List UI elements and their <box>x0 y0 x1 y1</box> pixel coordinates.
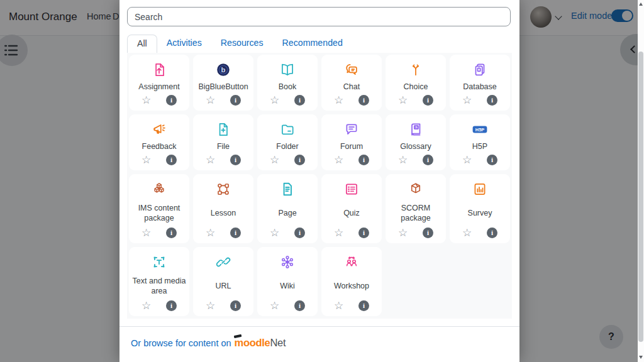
info-icon[interactable]: i <box>358 228 369 238</box>
scrollbar-up-arrow[interactable] <box>639 3 643 6</box>
info-icon[interactable]: i <box>358 300 369 311</box>
activity-tile-database[interactable]: Database☆i <box>450 55 510 111</box>
browser-scrollbar[interactable] <box>638 0 644 362</box>
star-icon[interactable]: ☆ <box>270 227 279 238</box>
info-icon[interactable]: i <box>487 155 497 165</box>
activity-tile-wiki[interactable]: Wiki☆i <box>257 247 318 316</box>
activity-tile-label[interactable]: Forum <box>340 141 363 152</box>
activity-tile-feedback[interactable]: Feedback☆i <box>129 114 189 170</box>
activity-tile-folder[interactable]: Folder☆i <box>257 114 318 170</box>
activity-tile-chat[interactable]: Chat☆i <box>321 55 382 111</box>
info-icon[interactable]: i <box>487 95 497 106</box>
activity-tile-label[interactable]: BigBlueButton <box>198 81 248 92</box>
star-icon[interactable]: ☆ <box>142 94 151 106</box>
info-icon[interactable]: i <box>166 300 177 311</box>
activity-tile-page[interactable]: Page☆i <box>257 174 318 243</box>
forum-icon <box>343 120 360 139</box>
info-icon[interactable]: i <box>230 95 241 106</box>
info-icon[interactable]: i <box>166 155 177 165</box>
info-icon[interactable]: i <box>423 95 433 106</box>
tab-recommended[interactable]: Recommended <box>273 35 352 53</box>
activity-tile-lesson[interactable]: Lesson☆i <box>193 174 253 243</box>
star-icon[interactable]: ☆ <box>398 227 408 238</box>
activity-tile-label[interactable]: Glossary <box>400 141 431 152</box>
moodlenet-browse-link[interactable]: Or browse for content on <box>131 338 231 348</box>
activity-tile-scorm[interactable]: SCORM package☆i <box>386 174 446 243</box>
activity-tile-h5p[interactable]: H5PH5P☆i <box>450 114 510 170</box>
search-input[interactable] <box>127 7 511 26</box>
info-icon[interactable]: i <box>294 300 305 311</box>
activity-tile-label[interactable]: Database <box>463 81 497 92</box>
star-icon[interactable]: ☆ <box>270 154 279 165</box>
star-icon[interactable]: ☆ <box>142 154 151 165</box>
activity-tile-glossary[interactable]: AZGlossary☆i <box>386 114 446 170</box>
star-icon[interactable]: ☆ <box>334 154 343 165</box>
star-icon[interactable]: ☆ <box>334 94 343 106</box>
info-icon[interactable]: i <box>230 300 241 311</box>
activity-tile-label[interactable]: Folder <box>276 141 298 152</box>
info-icon[interactable]: i <box>294 228 305 238</box>
activity-tile-url[interactable]: URL☆i <box>193 247 253 316</box>
tab-all[interactable]: All <box>127 35 157 53</box>
activity-tile-label[interactable]: Lesson <box>211 200 236 225</box>
info-icon[interactable]: i <box>294 95 305 106</box>
activity-tile-label[interactable]: Survey <box>468 200 492 225</box>
activity-tile-forum[interactable]: Forum☆i <box>321 114 382 170</box>
info-icon[interactable]: i <box>230 228 241 238</box>
info-icon[interactable]: i <box>294 155 305 165</box>
activity-tile-label[interactable]: Assignment <box>138 81 179 92</box>
info-icon[interactable]: i <box>166 95 177 106</box>
activity-tile-label[interactable]: Choice <box>404 81 428 92</box>
star-icon[interactable]: ☆ <box>398 94 408 106</box>
star-icon[interactable]: ☆ <box>462 227 472 238</box>
star-icon[interactable]: ☆ <box>270 94 279 106</box>
scrollbar-thumb[interactable] <box>638 52 643 342</box>
activity-tile-label[interactable]: SCORM package <box>387 200 445 225</box>
activity-tile-label[interactable]: Book <box>279 81 297 92</box>
activity-tile-book[interactable]: Book☆i <box>257 55 318 111</box>
star-icon[interactable]: ☆ <box>206 154 215 165</box>
activity-tile-assignment[interactable]: Assignment☆i <box>129 55 189 111</box>
star-icon[interactable]: ☆ <box>206 94 215 106</box>
star-icon[interactable]: ☆ <box>398 154 408 165</box>
activity-tile-label[interactable]: URL <box>215 273 231 298</box>
activity-tile-ims[interactable]: IMS content package☆i <box>129 174 189 243</box>
info-icon[interactable]: i <box>166 228 177 238</box>
activity-tile-workshop[interactable]: Workshop☆i <box>321 247 382 316</box>
activity-tile-label[interactable]: Chat <box>343 81 360 92</box>
activity-tile-choice[interactable]: Choice☆i <box>386 55 446 111</box>
activity-tile-quiz[interactable]: Quiz☆i <box>321 174 382 243</box>
activity-tile-label[interactable]: Workshop <box>334 273 369 298</box>
activity-tile-label[interactable]: Quiz <box>343 200 360 225</box>
scrollbar-down-arrow[interactable] <box>639 356 643 359</box>
info-icon[interactable]: i <box>358 155 369 165</box>
activity-tile-label[interactable]: Page <box>278 200 296 225</box>
star-icon[interactable]: ☆ <box>206 227 215 238</box>
activity-tile-bigbluebutton[interactable]: bBigBlueButton☆i <box>193 55 253 111</box>
info-icon[interactable]: i <box>423 228 433 238</box>
activity-tile-label[interactable]: Feedback <box>142 141 177 152</box>
info-icon[interactable]: i <box>230 155 241 165</box>
activity-tile-label[interactable]: Wiki <box>280 273 295 298</box>
activity-tile-textmedia[interactable]: Text and media area☆i <box>129 247 189 316</box>
star-icon[interactable]: ☆ <box>142 227 151 238</box>
info-icon[interactable]: i <box>358 95 369 106</box>
star-icon[interactable]: ☆ <box>142 300 151 311</box>
activity-tile-label[interactable]: H5P <box>472 141 487 152</box>
star-icon[interactable]: ☆ <box>206 300 215 311</box>
activity-tile-label[interactable]: IMS content package <box>130 200 188 225</box>
star-icon[interactable]: ☆ <box>462 154 472 165</box>
tab-resources[interactable]: Resources <box>211 35 273 53</box>
activity-tile-label[interactable]: File <box>217 141 230 152</box>
info-icon[interactable]: i <box>487 228 497 238</box>
star-icon[interactable]: ☆ <box>334 300 343 311</box>
activity-tile-file[interactable]: File☆i <box>193 114 253 170</box>
info-icon[interactable]: i <box>423 155 433 165</box>
star-icon[interactable]: ☆ <box>462 94 472 106</box>
activity-tile-survey[interactable]: Survey☆i <box>450 174 510 243</box>
activity-tile-label[interactable]: Text and media area <box>130 273 188 298</box>
tab-activities[interactable]: Activities <box>157 35 211 53</box>
moodlenet-logo[interactable]: moodleNet <box>235 337 286 349</box>
star-icon[interactable]: ☆ <box>334 227 343 238</box>
star-icon[interactable]: ☆ <box>270 300 279 311</box>
